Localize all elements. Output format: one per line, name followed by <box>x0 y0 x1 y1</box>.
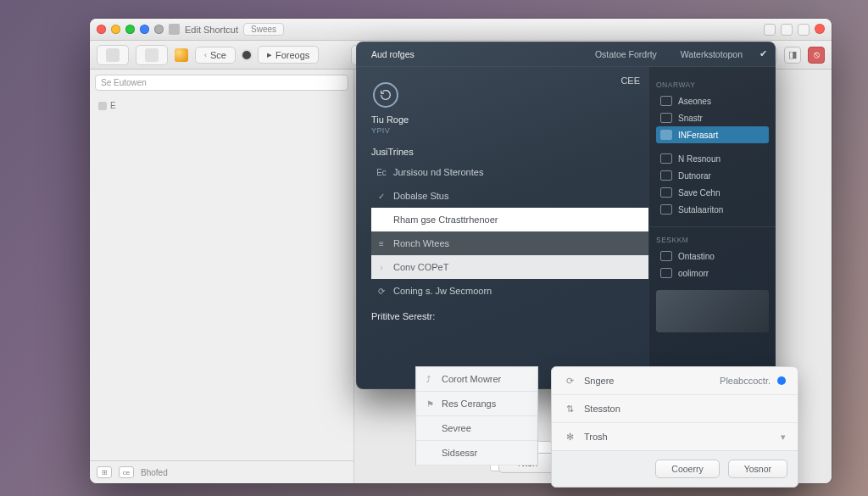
back-button[interactable]: ‹ Sce <box>195 47 236 64</box>
pr-item-icon <box>660 251 672 261</box>
submenu-item[interactable]: Sevree <box>416 416 537 441</box>
row-label: Dobalse Stus <box>393 191 448 201</box>
pr-item-icon <box>660 187 672 198</box>
card-row[interactable]: ⟳SngerePleabccoctr. <box>552 367 798 395</box>
card-ok-button[interactable]: Yosnor <box>728 460 787 478</box>
title-square-2[interactable] <box>781 24 793 36</box>
row-label: Ronch Wtees <box>393 238 449 248</box>
tree-row[interactable]: E <box>97 99 347 112</box>
sidebar-search[interactable]: Se Eutowen <box>95 75 348 91</box>
card-row-label: Sngere <box>584 376 614 386</box>
submenu-label: Res Cerangs <box>442 398 496 409</box>
submenu-icon: ⚑ <box>426 399 435 409</box>
card-row-icon: ✻ <box>564 431 576 443</box>
panel-head-left[interactable]: Aud rofges <box>364 46 421 63</box>
submenu-item[interactable]: ⚑Res Cerangs <box>416 392 537 416</box>
panel-list-row[interactable]: ⟳Coning s. Jw Secmoorn <box>371 279 648 303</box>
status-dot-icon <box>777 376 786 385</box>
submenu-label: Corort Mowrer <box>442 374 501 384</box>
light-submenu: ⤴Corort Mowrer⚑Res CerangsSevreeSidsessr <box>415 366 538 465</box>
record-dot-icon[interactable] <box>242 51 251 59</box>
panel-list-row[interactable]: EcJursisou nd Sterontes <box>371 160 648 184</box>
panel-list-row[interactable]: Rham gse Ctrasttrhenoer <box>371 208 648 231</box>
sidebar-bottom-label: Bhofed <box>141 468 168 477</box>
submenu-icon: ⤴ <box>426 375 435 384</box>
tree-item-label: E <box>110 101 116 110</box>
card-cancel-button[interactable]: Cooerry <box>655 460 719 478</box>
pr-thumbnail <box>656 290 769 332</box>
panel-list-row[interactable]: ≡Ronch Wtees <box>371 231 648 255</box>
sidebar-mini-1[interactable]: ⊞ <box>97 466 112 478</box>
extra-dot-grey <box>154 25 164 34</box>
card-row-label: Trosh <box>584 432 608 442</box>
close-dot[interactable] <box>97 25 106 34</box>
card-row-icon: ⇅ <box>564 403 576 415</box>
pr-item-label: INFerasart <box>678 131 718 140</box>
chevron-down-icon: ▾ <box>781 432 786 443</box>
pr-item-label: Snastr <box>678 114 703 123</box>
pr-item[interactable]: Ontastino <box>656 248 769 265</box>
panel-ok-button[interactable]: CEE <box>620 75 640 86</box>
pr-item-label: Aseones <box>678 97 711 106</box>
panel-right-sidebar: Onarway AseonesSnastrINFerasart N Resnou… <box>648 67 776 389</box>
panel-group1-header: JusiTrines <box>371 147 648 157</box>
pr-item-icon <box>660 204 672 215</box>
card-row[interactable]: ✻Trosh▾ <box>552 423 798 450</box>
zoom-dot[interactable] <box>125 25 135 34</box>
panel-list-row[interactable]: ›Conv COPeT <box>371 255 648 279</box>
card-row[interactable]: ⇅Stesston <box>552 395 798 423</box>
panel-icon-title: Tiu Roge <box>371 114 648 125</box>
tool-doc-button[interactable] <box>136 45 168 65</box>
title-square-3[interactable] <box>798 24 810 36</box>
submenu-item[interactable]: ⤴Corort Mowrer <box>416 367 537 392</box>
row-label: Rham gse Ctrasttrhenoer <box>393 215 498 225</box>
play-icon[interactable] <box>175 48 188 62</box>
search-placeholder: Se Eutowen <box>101 78 147 87</box>
pr-item[interactable]: INFerasart <box>656 126 769 143</box>
pr-item[interactable]: Dutnorar <box>656 167 769 184</box>
settings-card: ⟳SngerePleabccoctr.⇅Stesston✻Trosh▾ Cooe… <box>551 366 798 488</box>
pr-item[interactable]: N Resnoun <box>656 150 769 167</box>
submenu-label: Sevree <box>442 423 471 433</box>
pr-item-label: Save Cehn <box>678 188 720 198</box>
minimize-dot[interactable] <box>111 25 120 34</box>
checkmark-icon: ✔ <box>760 48 767 59</box>
pr-item-icon <box>660 113 672 123</box>
tags-label: Foreogs <box>275 50 309 60</box>
sidebar-bottom: ⊞ ce Bhofed <box>90 460 353 483</box>
tool-list-button[interactable] <box>97 45 129 65</box>
row-prefix-icon: ≡ <box>376 239 387 248</box>
stop-icon[interactable]: ⦸ <box>808 47 825 64</box>
panel-tab-2[interactable]: Waterkstotopon <box>674 46 749 63</box>
refresh-ring-icon <box>373 82 398 108</box>
tags-button[interactable]: ▸ Foreogs <box>258 46 319 64</box>
panel-right-icon[interactable]: ◨ <box>784 47 801 64</box>
app-icon <box>169 24 180 35</box>
row-label: Jursisou nd Sterontes <box>393 167 483 177</box>
submenu-item[interactable]: Sidsessr <box>416 441 537 465</box>
pr-item-icon <box>660 96 672 106</box>
pr-item[interactable]: Sutalaariton <box>656 201 769 218</box>
title-close-icon[interactable] <box>815 24 825 34</box>
card-value: Pleabccoctr. <box>720 376 771 386</box>
pr-item-label: N Resnoun <box>678 154 721 164</box>
sidebar-mini-2[interactable]: ce <box>119 466 134 478</box>
pr-item-label: Dutnorar <box>678 171 711 181</box>
panel-tab-1[interactable]: Ostatoe Fordrty <box>588 46 664 63</box>
pr-item[interactable]: Snastr <box>656 109 769 126</box>
pr-item[interactable]: oolimorr <box>656 265 769 281</box>
pr-item-label: oolimorr <box>678 269 709 278</box>
card-row-label: Stesston <box>584 404 620 414</box>
preferences-panel: Aud rofges Ostatoe Fordrty Waterkstotopo… <box>356 42 776 389</box>
pr-item[interactable]: Save Cehn <box>656 184 769 201</box>
pr-item-label: Sutalaariton <box>678 205 723 215</box>
card-row-icon: ⟳ <box>564 375 576 387</box>
panel-list-row[interactable]: ✓Dobalse Stus <box>371 184 648 208</box>
pr-item-icon <box>660 130 672 140</box>
card-footer: Cooerry Yosnor <box>552 450 798 487</box>
pr-item[interactable]: Aseones <box>656 92 769 109</box>
title-pill[interactable]: Swees <box>243 23 284 36</box>
title-right-buttons <box>764 24 825 36</box>
chevron-left-icon: ‹ <box>204 51 207 59</box>
title-square-1[interactable] <box>764 24 776 36</box>
